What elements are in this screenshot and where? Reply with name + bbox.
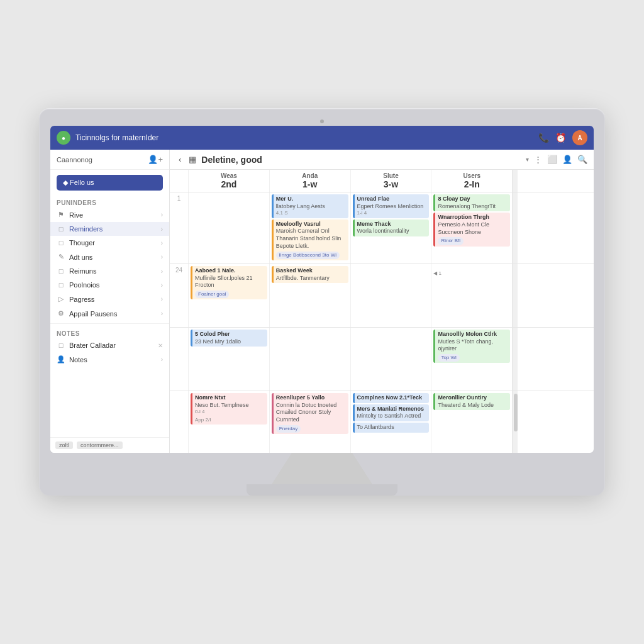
sidebar-item-brater-label: Brater Calladar — [69, 341, 154, 349]
calendar-area: ‹ ▦ Deletine, good ▾ ⋮ ⬜ 👤 🔍 — [170, 150, 594, 453]
poolnoios-icon: □ — [57, 281, 65, 289]
scrollbar-3 — [513, 264, 518, 327]
event-meronllier[interactable]: Meronllier Ountiry Theaterd & Maly Lode — [433, 393, 510, 410]
add-user-icon[interactable]: 👤+ — [148, 155, 163, 164]
app-logo: ● — [57, 131, 70, 145]
day-cell-wn-0[interactable]: Nomre Ntxt Neso But. Templnese 0-l 4 App… — [189, 391, 270, 453]
event-mer[interactable]: Mer U. llatobey Lang Aests 4.1 S — [272, 194, 348, 218]
search-icon[interactable]: 🔍 — [577, 155, 587, 164]
sidebar-item-brater-calladar[interactable]: □ Brater Calladar ✕ — [50, 338, 169, 352]
day-cell-wc-0[interactable]: 5 Colod Pher 23 Ned Mry 1dalio — [189, 328, 270, 391]
week-num-header — [170, 170, 189, 192]
calendar-toolbar: ‹ ▦ Deletine, good ▾ ⋮ ⬜ 👤 🔍 — [170, 150, 594, 170]
event-complnes[interactable]: Complnes Now 2.1*Teck — [353, 393, 430, 403]
event-wnar[interactable]: Wnarroption Thrgh Pernesio A Mont Cle Su… — [433, 213, 510, 246]
chevron-right-icon-8: › — [161, 310, 163, 317]
close-icon[interactable]: ✕ — [158, 342, 163, 349]
event-reenlluper[interactable]: Reenlluper 5 Yallo Connin la Dotuc tnoet… — [272, 393, 348, 434]
day-cell-wc-3[interactable]: Manoollly Molon Ctlrk Mutles S *Totn cha… — [431, 328, 513, 391]
sidebar-item-rive[interactable]: ⚑ Rive › — [50, 208, 169, 222]
sidebar-section-puninders: Puninders — [50, 196, 169, 208]
main-content: Caannonog 👤+ ◆ Fello us Puninders ⚑ Rive… — [50, 150, 594, 453]
sidebar-section-notes: Notes — [50, 326, 169, 338]
reminders-icon: □ — [57, 225, 65, 233]
day-cell-wc-2[interactable] — [351, 328, 432, 391]
person-icon[interactable]: 👤 — [562, 155, 572, 164]
app-count: App 2/I — [195, 417, 211, 423]
day-cell-w24-1[interactable]: Basked Week Artfllbde. Tanmentary — [270, 264, 351, 327]
calendar-week-1: 1 Mer U. llatobey Lang Aests 4.1 S — [170, 192, 594, 264]
chevron-right-icon-notes: › — [161, 356, 163, 363]
sidebar: Caannonog 👤+ ◆ Fello us Puninders ⚑ Rive… — [50, 150, 170, 453]
event-count-1: ◀1 — [433, 270, 441, 276]
status-tag-2[interactable]: contormmere... — [77, 441, 123, 449]
sidebar-item-thouger-label: Thouger — [69, 239, 157, 247]
event-meeloofly[interactable]: Meeloofly Vasrul Maroish Cameral Onl Tha… — [272, 219, 348, 260]
adtuns-icon: ✎ — [57, 253, 65, 261]
event-mers[interactable]: Mers & Manlati Remenos Mintolty to Santi… — [353, 404, 430, 421]
chevron-right-icon-3: › — [161, 240, 163, 247]
prev-button[interactable]: ‹ — [176, 153, 184, 165]
phone-icon[interactable]: 📞 — [538, 133, 549, 143]
sidebar-item-notes[interactable]: 👤 Notes › — [50, 352, 169, 367]
col-header-0: Weas 2nd — [189, 170, 270, 192]
event-atllant[interactable]: To Atllantbards — [353, 423, 430, 433]
sidebar-item-pagress[interactable]: ▷ Pagress › — [50, 292, 169, 306]
print-icon[interactable]: ⬜ — [547, 155, 557, 164]
top-bar-actions: 📞 ⏰ A — [538, 130, 587, 145]
sidebar-item-appailpausens[interactable]: ⚙ Appail Pausens › — [50, 306, 169, 321]
calendar-grid-icon[interactable]: ▦ — [189, 155, 196, 164]
sidebar-item-reimuns-label: Reimuns — [69, 267, 157, 275]
day-cell-w24-0[interactable]: Aaboed 1 Nale. Muflinile Sllor.lpoles 21… — [189, 264, 270, 327]
day-cell-wn-3[interactable]: Meronllier Ountiry Theaterd & Maly Lode — [431, 391, 513, 453]
sidebar-username: Caannonog — [57, 156, 92, 164]
sidebar-item-reminders[interactable]: □ Reminders › — [50, 222, 169, 236]
scrollbar-4 — [513, 328, 518, 391]
day-cell-wc-1[interactable] — [270, 328, 351, 391]
notes-person-icon: 👤 — [57, 355, 65, 364]
sidebar-item-poolnoios[interactable]: □ Poolnoios › — [50, 278, 169, 292]
more-options-icon[interactable]: ⋮ — [534, 155, 542, 164]
day-cell-w24-2[interactable] — [351, 264, 432, 327]
logo-icon: ● — [62, 135, 65, 142]
sidebar-item-adtuns[interactable]: ✎ Adt uns › — [50, 250, 169, 264]
dropdown-icon[interactable]: ▾ — [526, 156, 529, 163]
day-cell-w1-1[interactable]: Mer U. llatobey Lang Aests 4.1 S Meeloof… — [270, 192, 351, 264]
event-unread[interactable]: Unread Flae Egpert Romees Menliction 1-l… — [353, 194, 430, 218]
monitor-stand — [272, 453, 372, 484]
calendar-week-24: 24 Aaboed 1 Nale. Muflinile Sllor.lpoles… — [170, 264, 594, 328]
event-basked[interactable]: Basked Week Artfllbde. Tanmentary — [272, 266, 348, 283]
new-task-button[interactable]: ◆ Fello us — [57, 175, 163, 191]
calendar-title: Deletine, good — [201, 155, 521, 165]
day-cell-w1-0[interactable] — [189, 192, 270, 264]
rive-icon: ⚑ — [57, 211, 65, 219]
event-meme[interactable]: Meme Thack Worla loontinentlality — [353, 219, 430, 236]
sidebar-item-notes-label: Notes — [69, 356, 157, 364]
event-aaboed[interactable]: Aaboed 1 Nale. Muflinile Sllor.lpoles 21… — [191, 266, 267, 299]
day-cell-wn-2[interactable]: Complnes Now 2.1*Teck Mers & Manlati Rem… — [351, 391, 432, 453]
week-num-1: 1 — [170, 192, 189, 264]
day-cell-wn-1[interactable]: Reenlluper 5 Yallo Connin la Dotuc tnoet… — [270, 391, 351, 453]
clock-icon[interactable]: ⏰ — [555, 133, 566, 143]
day-cell-w1-2[interactable]: Unread Flae Egpert Romees Menliction 1-l… — [351, 192, 432, 264]
sidebar-item-rive-label: Rive — [69, 211, 157, 219]
reimuns-icon: □ — [57, 267, 65, 275]
day-cell-w1-3[interactable]: 8 Cloay Day Romenalong ThengrTit Wnarrop… — [431, 192, 513, 264]
avatar[interactable]: A — [572, 130, 587, 145]
monitor-screen: ● Ticinnolgs for maternIder 📞 ⏰ A Caanno… — [50, 126, 594, 453]
status-tag-1[interactable]: zoltl — [55, 441, 73, 449]
sidebar-item-reimuns[interactable]: □ Reimuns › — [50, 264, 169, 278]
scrollbar — [513, 170, 518, 192]
day-cell-w24-3[interactable]: ◀1 — [431, 264, 513, 327]
event-colod[interactable]: 5 Colod Pher 23 Ned Mry 1dalio — [191, 330, 267, 347]
event-cloay[interactable]: 8 Cloay Day Romenalong ThengrTit — [433, 194, 510, 211]
app-title: Ticinnolgs for maternIder — [75, 133, 538, 142]
sidebar-item-thouger[interactable]: □ Thouger › — [50, 236, 169, 250]
sidebar-item-reminders-label: Reminders — [69, 225, 157, 233]
calladar-icon: □ — [57, 341, 65, 349]
event-manoollly[interactable]: Manoollly Molon Ctlrk Mutles S *Totn cha… — [433, 330, 510, 363]
calendar-body: 1 Mer U. llatobey Lang Aests 4.1 S — [170, 192, 594, 453]
chevron-right-icon: › — [161, 211, 163, 218]
col-header-3: Users 2-In — [431, 170, 513, 192]
event-nomre[interactable]: Nomre Ntxt Neso But. Templnese 0-l 4 App… — [191, 393, 267, 425]
